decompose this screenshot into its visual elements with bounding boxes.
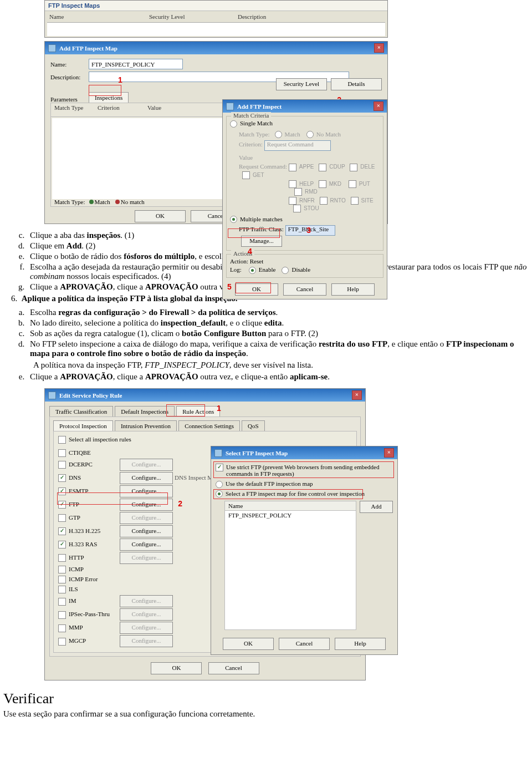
nomatch-icon <box>115 200 120 204</box>
match-icon <box>89 200 94 204</box>
callout-5: 5 <box>227 282 232 291</box>
multiple-matches-radio[interactable] <box>230 216 237 223</box>
callout-box-ra <box>166 404 205 417</box>
callout-box-3 <box>228 228 280 238</box>
im-configure: Configure... <box>120 595 173 607</box>
mmp-configure: Configure... <box>120 622 173 634</box>
actions-group: Actions 4 Action: Reset Log: Enable Disa… <box>226 254 383 278</box>
close-icon[interactable]: × <box>384 448 394 458</box>
subtab-intrusion-prevention[interactable]: Intrusion Prevention <box>115 420 177 431</box>
ftp-inspect-maps-window: FTP Inspect Maps Name Security Level Des… <box>44 0 388 38</box>
add-map-button[interactable]: Add <box>360 501 393 513</box>
http-configure: Configure... <box>120 552 173 564</box>
h323h-checkbox[interactable]: ✓ <box>58 527 66 535</box>
details-button[interactable]: Details <box>331 78 382 90</box>
close-icon[interactable]: × <box>374 101 383 111</box>
mgcp-configure: Configure... <box>120 635 173 647</box>
callout-s2-2: 2 <box>178 499 182 508</box>
app-icon <box>48 392 56 399</box>
subtab-protocol-inspection[interactable]: Protocol Inspection <box>53 420 113 431</box>
icmp-checkbox[interactable] <box>58 566 66 573</box>
add-ftp-inspect-dialog: Add FTP Inspect × Match Criteria Single … <box>222 99 387 299</box>
app-icon <box>226 103 234 110</box>
security-level-button[interactable]: Security Level <box>276 78 327 90</box>
dns-checkbox[interactable]: ✓ <box>58 474 66 482</box>
verify-paragraph: Use esta seção para confirmar se a sua c… <box>3 709 532 719</box>
dns-configure[interactable]: Configure... <box>120 472 173 484</box>
ipsec-checkbox[interactable] <box>58 611 66 619</box>
ok-button[interactable]: OK <box>135 210 186 222</box>
callout-box-select <box>213 489 363 499</box>
mmp-checkbox[interactable] <box>58 624 66 632</box>
dialog-help-button[interactable]: Help <box>331 283 375 296</box>
sp-ok-button[interactable]: OK <box>151 662 202 674</box>
name-input[interactable] <box>89 59 183 69</box>
col-name: Name <box>49 13 149 20</box>
single-match-radio[interactable] <box>230 120 237 128</box>
h323r-checkbox[interactable]: ✓ <box>58 541 66 548</box>
callout-s2-1: 1 <box>217 404 221 413</box>
callout-box-ftp <box>57 492 168 505</box>
parameters-label: Parameters <box>50 96 87 103</box>
criterion-select: Request Command <box>264 140 331 151</box>
verify-heading: Verificar <box>3 690 532 707</box>
match-type-label: Match Type: <box>54 199 85 205</box>
col-security: Security Level <box>149 13 238 20</box>
instructions-list-2: Escolha regras da configuração > do Fire… <box>27 308 532 358</box>
ils-checkbox[interactable] <box>58 586 66 593</box>
dialog2-titlebar: Select FTP Inspect Map × <box>211 446 397 459</box>
col-name-header: Name <box>224 501 356 511</box>
callout-box-5 <box>236 282 271 293</box>
mgcp-checkbox[interactable] <box>58 638 66 646</box>
h323r-configure[interactable]: Configure... <box>120 539 173 551</box>
callout-box-strict <box>213 461 394 478</box>
description-label: Description: <box>50 74 87 80</box>
dialog2-cancel-button[interactable]: Cancel <box>279 638 330 650</box>
app-icon <box>214 449 222 457</box>
h323h-configure[interactable]: Configure... <box>120 525 173 537</box>
policy-list[interactable]: FTP_INSPECT_POLICY <box>224 511 356 630</box>
http-checkbox[interactable] <box>58 554 66 562</box>
add-ftp-inspect-map-window: Add FTP Inspect Map × Name: Description:… <box>44 41 388 224</box>
dialog2-help-button[interactable]: Help <box>335 638 386 650</box>
app-icon <box>48 44 56 52</box>
log-disable-radio[interactable] <box>282 267 289 274</box>
gtp-checkbox[interactable] <box>58 514 66 522</box>
titlebar-2: Edit Service Policy Rule × <box>45 389 365 402</box>
select-all-checkbox[interactable] <box>58 436 66 444</box>
titlebar: Add FTP Inspect Map × <box>45 42 387 54</box>
callout-1: 1 <box>118 75 122 84</box>
nomatch-radio <box>306 131 314 138</box>
name-label: Name: <box>50 61 87 68</box>
col-description: Description <box>238 13 266 20</box>
subtab-connection-settings[interactable]: Connection Settings <box>178 420 240 431</box>
icmperr-checkbox[interactable] <box>58 576 66 583</box>
instructions-list-3: Clique a APROVAÇÃO, clique a APROVAÇÃO o… <box>27 372 532 382</box>
callout-3: 3 <box>306 226 311 235</box>
sp-cancel-button[interactable]: Cancel <box>208 662 259 674</box>
gtp-configure: Configure... <box>120 512 173 524</box>
window-title: FTP Inspect Maps <box>45 1 387 11</box>
match-radio <box>275 131 282 138</box>
default-map-radio[interactable] <box>216 481 223 488</box>
tab-traffic-classification[interactable]: Traffic Classification <box>49 406 113 417</box>
dialog-cancel-button[interactable]: Cancel <box>283 283 326 296</box>
dialog-titlebar: Add FTP Inspect × <box>223 100 387 113</box>
subtab-qos[interactable]: QoS <box>242 420 265 431</box>
dcerpc-configure: Configure... <box>120 459 173 471</box>
log-enable-radio[interactable] <box>249 267 256 274</box>
dcerpc-checkbox[interactable] <box>58 461 66 469</box>
select-ftp-inspect-map-dialog: Select FTP Inspect Map × ✓Use strict FTP… <box>211 446 398 655</box>
tab-default-inspections[interactable]: Default Inspections <box>115 406 175 417</box>
close-icon[interactable]: × <box>352 390 362 400</box>
callout-4: 4 <box>248 247 252 256</box>
close-icon[interactable]: × <box>374 43 384 53</box>
dialog2-ok-button[interactable]: OK <box>223 638 274 650</box>
match-criteria-group: Match Criteria Single Match Match Type: … <box>226 116 383 251</box>
callout-box-1 <box>89 85 121 96</box>
ipsec-configure: Configure... <box>120 608 173 621</box>
ctiqbe-checkbox[interactable] <box>58 449 66 457</box>
im-checkbox[interactable] <box>58 598 66 606</box>
